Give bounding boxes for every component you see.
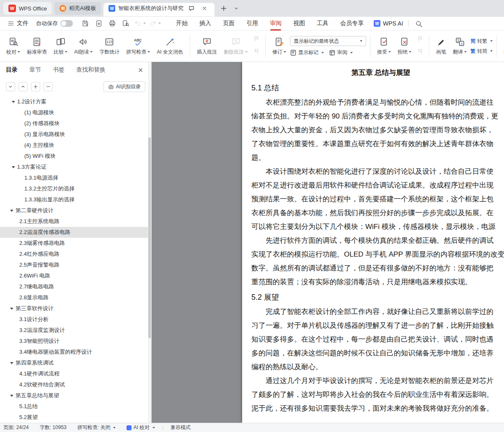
toc-item[interactable]: 5.2展望 [0, 412, 151, 423]
print-preview-button[interactable] [121, 18, 131, 28]
next-comment-button[interactable] [253, 48, 260, 57]
compare-button[interactable]: 比较 [51, 33, 70, 59]
toc-item[interactable]: 1.3方案论证 [0, 162, 151, 172]
previous-revision-button[interactable] [417, 36, 424, 44]
menu-tab[interactable]: 开始 [170, 17, 194, 31]
save-button[interactable] [80, 18, 90, 28]
zoom-out-level-button[interactable] [44, 82, 53, 91]
review-pane-button[interactable]: 审阅 [329, 49, 353, 56]
export-pdf-button[interactable] [94, 18, 104, 28]
toc-item[interactable]: (2) 传感器模块 [0, 118, 151, 129]
restrict-editing-button[interactable]: 限制 [501, 33, 504, 59]
wps-ai-button[interactable]: W WPS AI [374, 20, 403, 27]
caret-down-icon[interactable] [10, 395, 13, 397]
ai-read-aloud-button[interactable]: AI朗读 [71, 33, 96, 59]
accept-revision-button[interactable]: 接受 [374, 33, 394, 59]
toc-item[interactable]: 2.8显示电路 [0, 292, 151, 303]
ai-polish-button[interactable]: AI 全文润色 [154, 33, 186, 59]
standard-review-button[interactable]: 标准审查 [24, 33, 50, 59]
toc-item[interactable]: (3) 显示电路模块 [0, 129, 151, 140]
toc-item[interactable]: 3.1设计分析 [0, 314, 151, 325]
new-tab-button[interactable] [219, 3, 229, 13]
search-button[interactable] [414, 18, 424, 28]
toc-item[interactable]: 2.6WiFi 电路 [0, 270, 151, 281]
toc-item[interactable]: 2.3烟雾传感器电路 [0, 238, 151, 249]
tab-wps-home[interactable]: W WPS Office [3, 2, 52, 15]
word-count-indicator[interactable]: 字数: 10953 [40, 424, 67, 431]
tab-document[interactable]: W 智能衣柜系统的设计与研究 [103, 3, 215, 16]
toc-item[interactable]: 3.4继电器驱动装置的程序设计 [0, 347, 151, 357]
close-sidebar-button[interactable] [135, 65, 145, 75]
undo-button[interactable] [134, 20, 146, 27]
menu-tab[interactable]: 引用 [240, 17, 264, 31]
toc-item[interactable]: 第二章硬件设计 [0, 205, 151, 216]
menu-tab[interactable]: 审阅 [264, 17, 287, 31]
word-count-button[interactable]: 123 字数统计 [96, 33, 122, 59]
toc-item[interactable]: 2.5声音报警电路 [0, 260, 151, 270]
toc-item[interactable]: 2.4红外感应电路 [0, 249, 151, 260]
toc-item[interactable]: 3.2温湿度监测设计 [0, 325, 151, 336]
caret-down-icon[interactable] [12, 166, 15, 168]
toc-item[interactable]: 2.2温湿度传感器电路 [0, 227, 151, 238]
insert-comment-button[interactable]: 插入批注 [194, 33, 220, 59]
print-button[interactable] [107, 18, 117, 28]
translate-button[interactable]: 文A 翻译 [450, 33, 470, 59]
previous-comment-button[interactable] [253, 36, 260, 44]
sidebar-tab[interactable]: 目录 [6, 66, 18, 74]
autosave-toggle[interactable] [60, 20, 73, 27]
toc-item[interactable]: 2.1主控系统电路 [0, 216, 151, 227]
ai-proofread-status[interactable]: AI 校对 [127, 424, 155, 431]
caret-down-icon[interactable] [10, 362, 13, 364]
expand-all-button[interactable] [6, 82, 15, 91]
simplified-to-traditional-button[interactable]: 简 转繁 [470, 38, 493, 45]
sidebar-tab[interactable]: 查找和替换 [76, 66, 106, 74]
doc-session-chat-icon[interactable] [186, 3, 196, 13]
reject-revision-button[interactable]: 拒绝 [395, 33, 414, 59]
track-changes-button[interactable]: 修订 [269, 33, 289, 59]
toc-item[interactable]: 第三章软件设计 [0, 303, 151, 314]
caret-down-icon[interactable] [12, 101, 15, 103]
toc-item[interactable]: 4.1硬件调试流程 [0, 368, 151, 379]
proofread-button[interactable]: 校对 [3, 33, 23, 59]
ink-brush-button[interactable]: 画笔 [433, 33, 449, 59]
caret-down-icon[interactable] [10, 308, 13, 310]
menu-tab[interactable]: 视图 [287, 17, 311, 31]
toc-item[interactable]: 5.1总结 [0, 401, 151, 412]
zoom-in-level-button[interactable] [31, 82, 40, 91]
delete-comment-button[interactable]: 删除批注 [221, 33, 251, 59]
traditional-to-simplified-button[interactable]: 繁 转简 [470, 48, 493, 55]
sidebar-tab[interactable]: 章节 [29, 66, 41, 74]
collapse-all-button[interactable] [18, 82, 28, 91]
scrollbar-thumb[interactable] [148, 137, 151, 338]
toc-item[interactable]: 3.3智能照明设计 [0, 336, 151, 347]
show-markup-button[interactable]: 显示标记 [290, 49, 324, 56]
toc-item[interactable]: 1.3.2主控芯片的选择 [0, 183, 151, 194]
ai-recognize-toc-button[interactable]: AI识别目录 [103, 81, 145, 92]
next-revision-button[interactable] [417, 48, 424, 57]
menu-tab[interactable]: 插入 [194, 17, 217, 31]
spellcheck-status[interactable]: 拼写检查: 关闭 [78, 424, 116, 431]
toc-item[interactable]: 第四章系统调试 [0, 357, 151, 368]
caret-down-icon[interactable] [10, 210, 13, 212]
toc-item[interactable]: 1.2设计方案 [0, 96, 151, 107]
markup-state-select[interactable]: 显示标记的最终状态 [290, 36, 366, 46]
tab-list-dropdown[interactable] [231, 3, 241, 13]
file-menu[interactable]: 文件 [4, 20, 32, 27]
tab-docer-templates[interactable]: 稻 稻壳AI模板 [54, 2, 101, 15]
toc-item[interactable]: (1) 电源模块 [0, 107, 151, 118]
menu-tab[interactable]: 页面 [217, 17, 240, 31]
toc-item[interactable]: 4.2软硬件结合测试 [0, 379, 151, 390]
menu-tab[interactable]: 工具 [311, 17, 334, 31]
sidebar-tab[interactable]: 书签 [53, 66, 65, 74]
spell-check-button[interactable]: ABC 拼写检查 [123, 33, 153, 59]
redo-button[interactable] [149, 20, 161, 27]
toc-item[interactable]: 1.3.1电源选择 [0, 172, 151, 183]
toc-item[interactable]: (4) 主控模块 [0, 140, 151, 151]
document-page[interactable]: 第五章 总结与展望 5.1 总结 衣柜漂亮整洁的外观给予消费者满足与愉悦的心情，… [242, 62, 504, 423]
autosave-control[interactable]: 自动保存 [36, 20, 73, 27]
close-document-tab-button[interactable] [199, 3, 209, 13]
menu-tab[interactable]: 会员专享 [334, 17, 370, 31]
toc-item[interactable]: 2.7继电器电路 [0, 281, 151, 292]
toc-item[interactable]: (5) WiFi 模块 [0, 151, 151, 162]
sidebar-scrollbar[interactable] [148, 62, 151, 423]
